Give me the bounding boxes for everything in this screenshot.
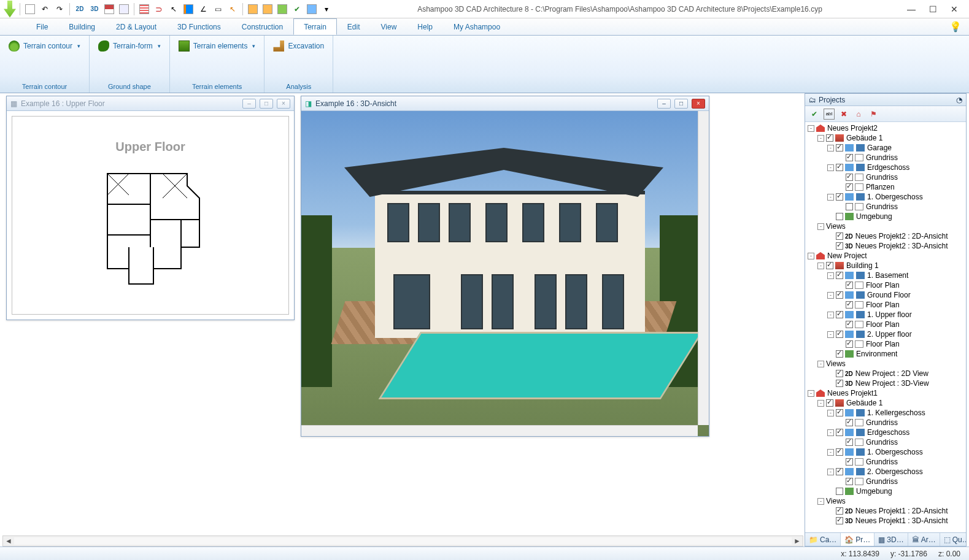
tree-checkbox[interactable] [836, 350, 843, 358]
help-icon[interactable]: 💡 [942, 18, 969, 35]
tree-checkbox[interactable] [846, 154, 853, 161]
tree-node[interactable]: Floor Plan [805, 339, 966, 349]
tree-checkbox[interactable] [836, 380, 843, 387]
tree-node[interactable]: 2DNeues Projekt1 : 2D-Ansicht [805, 506, 966, 516]
menu-help[interactable]: Help [407, 18, 443, 35]
tree-node[interactable]: -New Project [805, 251, 966, 261]
tree-node[interactable]: -Neues Projekt1 [805, 388, 966, 398]
tree-node[interactable]: -Neues Projekt2 [805, 123, 966, 133]
collapse-icon[interactable]: - [817, 135, 824, 142]
tree-checkbox[interactable] [836, 291, 843, 299]
tree-node[interactable]: -Views [805, 359, 966, 369]
snap-icon[interactable]: ⊃ [153, 3, 165, 15]
tree-node[interactable]: -1. Obergeschoss [805, 192, 966, 202]
tree-checkbox[interactable] [836, 311, 843, 318]
tool-a-icon[interactable] [247, 3, 259, 15]
panel-tab[interactable]: ⬚Qu… [940, 533, 966, 546]
tree-checkbox[interactable] [846, 183, 853, 191]
grid-icon[interactable] [138, 3, 150, 15]
menu-3d-functions[interactable]: 3D Functions [167, 18, 231, 35]
tree-node[interactable]: -Ground Floor [805, 290, 966, 300]
close-button[interactable]: ✕ [951, 4, 958, 14]
window-3d-minimize[interactable]: – [657, 99, 671, 109]
window-3d-maximize[interactable]: □ [674, 99, 688, 109]
window-3d-view[interactable]: ◨ Example 16 : 3D-Ansicht – □ × [301, 96, 709, 437]
menu-terrain[interactable]: Terrain [293, 18, 337, 35]
window-3d-close[interactable]: × [692, 99, 705, 109]
tree-node[interactable]: 3DNeues Projekt1 : 3D-Ansicht [805, 516, 966, 526]
tree-node[interactable]: -Gebäude 1 [805, 398, 966, 408]
undo-icon[interactable]: ↶ [39, 3, 51, 15]
tree-checkbox[interactable] [846, 203, 853, 210]
window-3d-body[interactable] [301, 111, 709, 436]
panel-tab[interactable]: 📁Ca… [805, 533, 841, 546]
collapse-icon[interactable]: - [827, 331, 834, 338]
tree-checkbox[interactable] [836, 488, 843, 495]
angle-icon[interactable]: ∠ [197, 3, 209, 15]
menu-2d-layout[interactable]: 2D & Layout [106, 18, 167, 35]
window-2d-body[interactable]: Upper Floor [7, 111, 294, 320]
tree-node[interactable]: Floor Plan [805, 280, 966, 290]
collapse-icon[interactable]: - [817, 361, 824, 367]
collapse-icon[interactable]: - [808, 390, 814, 397]
tree-node[interactable]: -Erdgeschoss [805, 428, 966, 437]
tree-checkbox[interactable] [836, 331, 843, 338]
panel-tab[interactable]: 🏛Ar… [908, 533, 940, 546]
mode-3d-icon[interactable]: 3D [88, 3, 101, 15]
tree-checkbox[interactable] [836, 213, 843, 220]
view-icon[interactable] [118, 3, 130, 15]
tree-checkbox[interactable] [846, 458, 853, 466]
viewport-vscrollbar[interactable] [698, 111, 709, 425]
terrain-form-button[interactable]: Terrain-form [95, 38, 164, 54]
tree-checkbox[interactable] [846, 419, 853, 426]
collapse-icon[interactable]: - [827, 449, 834, 456]
tree-checkbox[interactable] [836, 468, 843, 475]
tree-checkbox[interactable] [826, 262, 833, 269]
tree-node[interactable]: Grundriss [805, 172, 966, 182]
tree-checkbox[interactable] [836, 448, 843, 456]
collapse-icon[interactable]: - [827, 194, 834, 201]
tree-checkbox[interactable] [836, 517, 843, 524]
tree-node[interactable]: -Views [805, 221, 966, 231]
collapse-icon[interactable]: - [817, 223, 824, 230]
menu-view[interactable]: View [371, 18, 407, 35]
tree-node[interactable]: -1. Basement [805, 270, 966, 280]
tree-checkbox[interactable] [826, 399, 833, 407]
tree-checkbox[interactable] [836, 429, 843, 436]
tree-node[interactable]: -2. Upper floor [805, 329, 966, 339]
tree-checkbox[interactable] [836, 242, 843, 250]
menu-my-ashampoo[interactable]: My Ashampoo [443, 18, 511, 35]
menu-edit[interactable]: Edit [337, 18, 371, 35]
collapse-icon[interactable]: - [827, 312, 834, 318]
tree-node[interactable]: 3DNew Project : 3D-View [805, 378, 966, 388]
terrain-elements-button[interactable]: Terrain elements [175, 38, 260, 54]
tree-checkbox[interactable] [836, 193, 843, 201]
tree-checkbox[interactable] [836, 232, 843, 240]
tree-node[interactable]: Umgebung [805, 486, 966, 496]
tree-checkbox[interactable] [836, 164, 843, 171]
tree-checkbox[interactable] [836, 507, 843, 515]
tree-node[interactable]: -Erdgeschoss [805, 163, 966, 172]
window-2d-maximize[interactable]: □ [260, 99, 273, 109]
tool-b-icon[interactable] [261, 3, 274, 15]
tree-node[interactable]: -Views [805, 496, 966, 506]
select-icon[interactable]: ▭ [212, 3, 224, 15]
tree-checkbox[interactable] [836, 144, 843, 152]
projects-tree[interactable]: -Neues Projekt2-Gebäude 1-GarageGrundris… [805, 122, 966, 532]
tree-checkbox[interactable] [846, 478, 853, 485]
redo-icon[interactable]: ↷ [53, 3, 66, 15]
tree-check-icon[interactable]: ✔ [809, 109, 820, 120]
panel-tab[interactable]: 🏠Pr… [841, 533, 874, 546]
tree-node[interactable]: Grundriss [805, 418, 966, 428]
tree-checkbox[interactable] [846, 340, 853, 348]
menu-construction[interactable]: Construction [231, 18, 293, 35]
window-3d-titlebar[interactable]: ◨ Example 16 : 3D-Ansicht – □ × [301, 96, 709, 111]
collapse-icon[interactable]: - [827, 272, 834, 279]
tree-node[interactable]: Grundriss [805, 477, 966, 486]
mode-2d-icon[interactable]: 2D [74, 3, 86, 15]
scroll-left-icon[interactable]: ◄ [3, 537, 14, 545]
window-2d-close[interactable]: × [277, 99, 290, 109]
minimize-button[interactable]: — [907, 4, 916, 14]
tree-node[interactable]: -1. Obergeschoss [805, 447, 966, 457]
collapse-icon[interactable]: - [817, 400, 824, 407]
